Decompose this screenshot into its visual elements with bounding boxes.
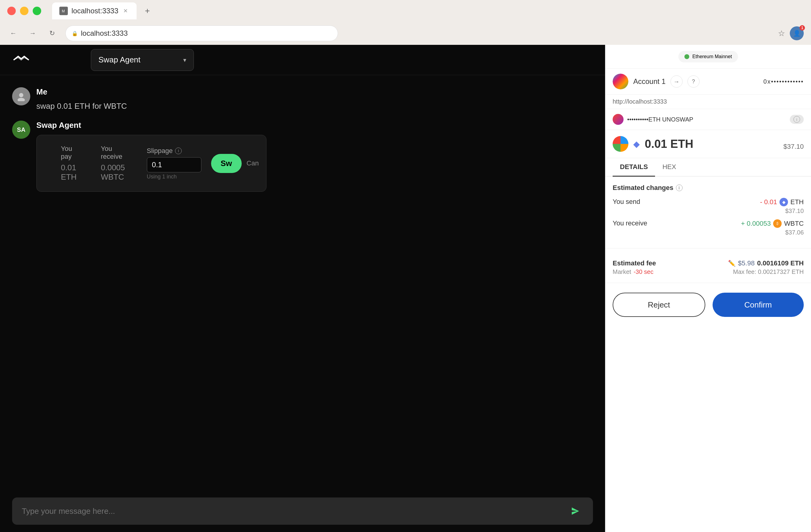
address-text: localhost:3333 (81, 29, 128, 37)
agent-avatar: SA (12, 121, 30, 139)
fee-max: Max fee: 0.00217327 ETH (733, 269, 804, 275)
eth-amount-section: ◆ 0.01 ETH $37.10 (606, 130, 811, 158)
contract-info-tag[interactable]: i (790, 115, 804, 124)
eth-token-icon: ◆ (780, 198, 788, 206)
tab-details[interactable]: DETAILS (613, 158, 655, 177)
fee-time: -30 sec (633, 269, 654, 275)
panel-tabs: DETAILS HEX (606, 158, 811, 177)
browser-titlebar: M localhost:3333 ✕ + (0, 0, 811, 22)
you-receive-row: You receive + 0.00053 ₿ WBTC $37.06 (613, 219, 804, 236)
agent-message-content: Swap Agent You pay 0.01 ETH You receive … (36, 121, 266, 192)
help-icon[interactable]: ? (687, 75, 700, 88)
account-address: 0x•••••••••••• (763, 78, 804, 85)
fee-section: Estimated fee Market -30 sec ✏️ $5.98 0.… (606, 248, 811, 283)
account-avatar (613, 74, 628, 89)
you-receive-amount: + 0.00053 ₿ WBTC (741, 219, 804, 228)
fee-subtitle: Market -30 sec (613, 269, 656, 275)
you-receive-value: 0.0005 WBTC (101, 163, 125, 182)
swap-pay-section: You pay 0.01 ETH (49, 145, 89, 182)
network-section: Ethereum Mainnet (606, 45, 811, 69)
account-section: Account 1 → ? 0x•••••••••••• (606, 69, 811, 94)
swap-button-label: Sw (221, 159, 232, 168)
slippage-label-text: Slippage (147, 147, 173, 155)
swap-card: You pay 0.01 ETH You receive 0.0005 WBTC… (36, 135, 266, 192)
fee-usd: $5.98 (738, 259, 755, 267)
chat-input[interactable] (22, 506, 567, 516)
slippage-info-icon: i (175, 148, 182, 154)
account-avatar-img (613, 74, 628, 89)
agent-name: Swap Agent (36, 121, 266, 130)
browser-chrome: M localhost:3333 ✕ + ← → ↻ 🔒 localhost:3… (0, 0, 811, 45)
cancel-label[interactable]: Can (246, 159, 259, 167)
panel-actions: Reject Confirm (606, 283, 811, 326)
traffic-lights (7, 7, 41, 15)
contract-avatar (613, 114, 624, 125)
contract-name: ••••••••••ETH UNOSWAP (627, 116, 693, 123)
user-message-text: swap 0.01 ETH for WBTC (36, 102, 127, 111)
user-name: Me (36, 87, 127, 97)
reject-button[interactable]: Reject (613, 293, 705, 317)
fee-title: Estimated fee (613, 259, 656, 267)
wbtc-token-icon: ₿ (773, 219, 782, 228)
address-bar[interactable]: 🔒 localhost:3333 (65, 26, 338, 41)
you-send-token: ETH (791, 198, 804, 206)
profile-button[interactable]: 👤 1 (790, 26, 804, 40)
tab-hex[interactable]: HEX (655, 158, 683, 176)
you-send-right: - 0.01 ◆ ETH $37.10 (760, 198, 804, 214)
account-name: Account 1 (633, 77, 665, 86)
network-dot (685, 54, 689, 59)
you-receive-label: You receive (101, 145, 125, 161)
agent-dropdown[interactable]: Swap Agent ▾ (91, 49, 194, 71)
back-button[interactable]: ← (7, 27, 19, 40)
metamask-panel: Ethereum Mainnet Account 1 → ? 0x•••••••… (605, 45, 811, 532)
user-avatar (12, 87, 30, 105)
you-send-value: - 0.01 (760, 198, 777, 206)
browser-tab[interactable]: M localhost:3333 ✕ (52, 2, 137, 19)
network-name: Ethereum Mainnet (692, 54, 732, 59)
you-pay-label: You pay (61, 145, 77, 161)
browser-addressbar: ← → ↻ 🔒 localhost:3333 ☆ 👤 1 (0, 22, 811, 45)
you-pay-value: 0.01 ETH (61, 163, 77, 182)
contract-info-icon: i (793, 116, 800, 123)
maximize-button[interactable] (33, 7, 41, 15)
svg-point-3 (18, 98, 25, 101)
eth-amount: 0.01 ETH (645, 138, 693, 151)
tab-close-button[interactable]: ✕ (122, 7, 129, 15)
slippage-section: Slippage i Using 1 inch (137, 147, 211, 180)
you-receive-token: WBTC (784, 219, 804, 228)
app-logo (12, 54, 30, 66)
bookmark-button[interactable]: ☆ (778, 29, 785, 38)
fee-row: Estimated fee Market -30 sec ✏️ $5.98 0.… (613, 259, 804, 275)
confirm-button[interactable]: Confirm (713, 293, 804, 317)
fee-max-label: Max fee: (733, 269, 756, 275)
account-arrow-button[interactable]: → (671, 75, 683, 88)
dropdown-arrow-icon: ▾ (183, 56, 186, 64)
user-message-content: Me swap 0.01 ETH for WBTC (36, 87, 127, 111)
main-app: Swap Agent ▾ Me swap 0.01 ETH for WBTC (0, 45, 605, 532)
you-receive-right: + 0.00053 ₿ WBTC $37.06 (741, 219, 804, 236)
chat-input-wrapper (12, 498, 593, 525)
you-send-row: You send - 0.01 ◆ ETH $37.10 (613, 198, 804, 214)
slippage-input-wrapper (147, 157, 201, 172)
panel-url-text: http://localhost:3333 (613, 98, 667, 105)
forward-button[interactable]: → (27, 27, 39, 40)
message-agent: SA Swap Agent You pay 0.01 ETH You recei… (12, 121, 593, 192)
reload-button[interactable]: ↻ (46, 27, 58, 40)
send-button[interactable] (567, 503, 583, 519)
minimize-button[interactable] (20, 7, 29, 15)
slippage-input[interactable] (152, 161, 196, 169)
app-topbar: Swap Agent ▾ (0, 45, 605, 75)
eth-usd: $37.10 (783, 143, 804, 152)
fee-max-value: 0.00217327 ETH (758, 269, 804, 275)
you-send-amount: - 0.01 ◆ ETH (760, 198, 804, 206)
fee-left: Estimated fee Market -30 sec (613, 259, 656, 275)
close-button[interactable] (7, 7, 16, 15)
profile-badge: 1 (799, 25, 805, 31)
chat-area: Me swap 0.01 ETH for WBTC SA Swap Agent … (0, 75, 605, 490)
you-send-label: You send (613, 198, 640, 206)
swap-button[interactable]: Sw (211, 154, 242, 173)
eth-diamond-icon: ◆ (633, 139, 640, 149)
pencil-icon: ✏️ (728, 260, 736, 267)
new-tab-button[interactable]: + (141, 5, 154, 17)
fee-right: ✏️ $5.98 0.0016109 ETH Max fee: 0.002173… (728, 259, 804, 275)
